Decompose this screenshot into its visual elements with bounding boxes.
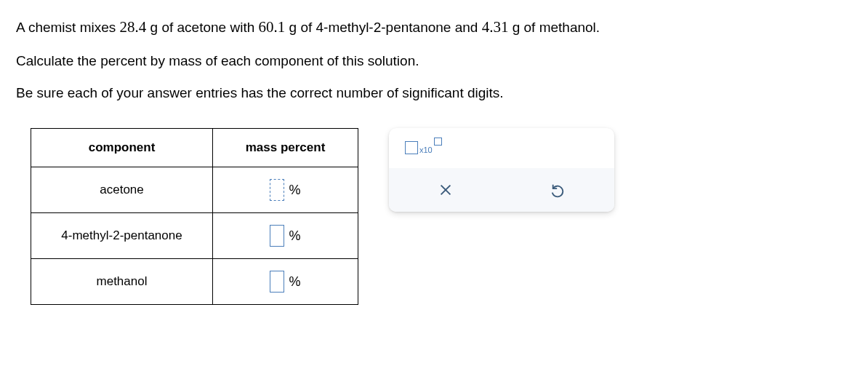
- table-row: acetone %: [31, 167, 358, 213]
- question-line-1: A chemist mixes 28.4 g of acetone with 6…: [16, 13, 852, 42]
- question-text: A chemist mixes 28.4 g of acetone with 6…: [16, 13, 852, 106]
- unit-label: %: [289, 183, 300, 197]
- unit-label: %: [289, 228, 300, 243]
- scientific-notation-button[interactable]: x10: [405, 141, 442, 154]
- header-component: component: [31, 129, 213, 167]
- table-row: methanol %: [31, 259, 358, 305]
- answer-input-pentanone[interactable]: [270, 225, 284, 247]
- question-line-3: Be sure each of your answer entries has …: [16, 80, 852, 106]
- answer-input-acetone[interactable]: [270, 179, 284, 201]
- reset-button[interactable]: [548, 180, 568, 200]
- unit-label: %: [289, 274, 300, 289]
- close-icon: [438, 182, 454, 198]
- sci-x10-label: x10: [419, 146, 433, 154]
- undo-icon: [550, 182, 566, 198]
- component-label: 4-methyl-2-pentanone: [31, 213, 213, 259]
- question-line-2: Calculate the percent by mass of each co…: [16, 48, 852, 74]
- sci-exp-box: [434, 138, 442, 146]
- component-label: acetone: [31, 167, 213, 213]
- clear-button[interactable]: [435, 180, 456, 200]
- answer-input-methanol[interactable]: [270, 271, 284, 293]
- header-mass-percent: mass percent: [213, 129, 358, 167]
- sci-base-box: [405, 141, 418, 154]
- table-row: 4-methyl-2-pentanone %: [31, 213, 358, 259]
- answer-table: component mass percent acetone % 4-methy…: [31, 128, 358, 305]
- tools-panel: x10: [389, 128, 614, 212]
- component-label: methanol: [31, 259, 213, 305]
